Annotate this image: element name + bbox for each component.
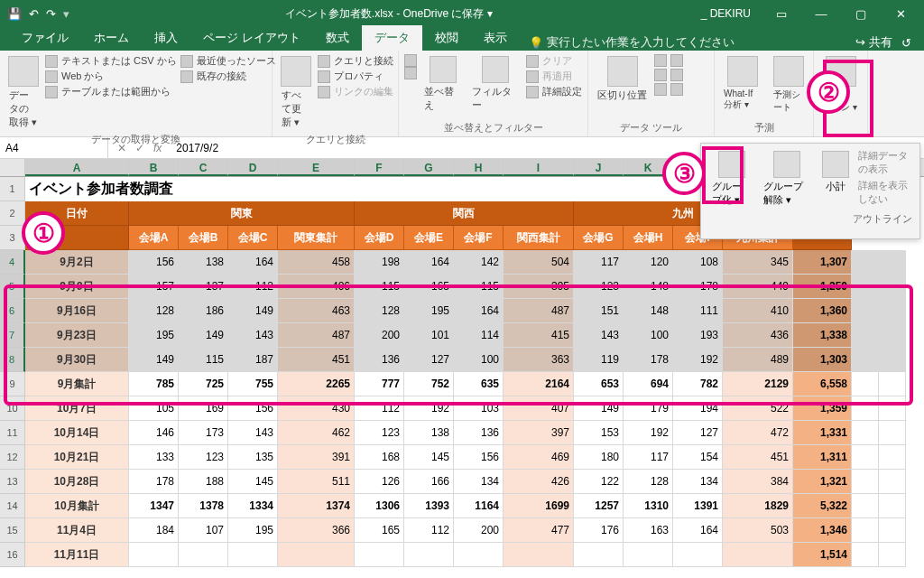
col-header-H[interactable]: H [454,159,504,176]
cell[interactable]: 395 [504,275,574,299]
col-header-D[interactable]: D [228,159,278,176]
cell[interactable]: 469 [504,445,574,470]
cell[interactable]: 345 [723,250,793,275]
cell[interactable] [228,543,278,567]
cell[interactable]: 511 [278,470,355,494]
cell[interactable] [852,470,879,494]
cell[interactable]: 112 [355,396,404,421]
get-data-button[interactable]: データの取得 ▾ [5,54,42,131]
hide-detail-button[interactable]: 詳細を表示しない [858,179,912,206]
cell[interactable]: 165 [404,275,454,299]
remove-dup-icon[interactable] [654,69,667,81]
cell[interactable] [723,543,793,567]
col-header-E[interactable]: E [278,159,355,176]
cell[interactable]: 755 [228,372,278,396]
cell[interactable]: 363 [504,348,574,372]
cell[interactable]: 会場B [179,226,228,250]
cell[interactable]: 123 [355,421,404,445]
cell[interactable]: 176 [574,518,624,543]
cell[interactable] [852,421,879,445]
tab-home[interactable]: ホーム [81,25,142,51]
cell[interactable]: 179 [624,396,673,421]
cell[interactable] [879,250,906,275]
flash-fill-icon[interactable] [654,54,667,67]
cell[interactable]: 458 [278,250,355,275]
cell[interactable]: 112 [228,275,278,299]
ungroup-button[interactable]: グループ解除 ▾ [760,149,813,209]
cell[interactable]: 463 [278,299,355,323]
cell[interactable] [879,421,906,445]
cell[interactable]: 10月28日 [25,470,129,494]
consolidate-icon[interactable] [670,54,683,67]
cell[interactable]: 407 [504,396,574,421]
cell[interactable]: 128 [129,299,179,323]
row-header[interactable]: 8 [0,348,25,372]
cell[interactable]: 117 [624,445,673,470]
row-header[interactable]: 12 [0,445,25,470]
cell[interactable]: 451 [278,348,355,372]
reapply-button[interactable]: 再適用 [526,70,582,83]
cell[interactable]: 11月4日 [25,518,129,543]
cell[interactable]: 6,558 [793,372,852,396]
cell[interactable] [504,543,574,567]
cell[interactable]: 115 [355,275,404,299]
cell[interactable]: 1,338 [793,323,852,348]
cell[interactable]: 186 [179,299,228,323]
history-icon[interactable]: ↺ [901,36,911,50]
existing-conn-button[interactable]: 既存の接続 [180,70,276,83]
cell[interactable]: 195 [129,323,179,348]
cell[interactable]: 会場E [404,226,454,250]
row-header[interactable]: 16 [0,543,25,567]
select-all-corner[interactable] [0,159,25,176]
cell[interactable]: 173 [179,421,228,445]
cell[interactable]: 会場H [624,226,673,250]
cell[interactable]: 114 [454,323,504,348]
cell[interactable] [852,348,879,372]
cell[interactable] [852,275,879,299]
cell[interactable]: 138 [404,421,454,445]
cell[interactable]: 430 [278,396,355,421]
cell[interactable]: 会場C [228,226,278,250]
cell[interactable]: 163 [624,518,673,543]
tab-file[interactable]: ファイル [9,25,81,51]
cell[interactable]: 169 [179,396,228,421]
cell[interactable]: 105 [129,396,179,421]
cell[interactable] [852,299,879,323]
cell[interactable]: 126 [355,470,404,494]
tab-data[interactable]: データ [362,25,422,51]
cell[interactable]: 149 [574,396,624,421]
cell[interactable]: 782 [673,372,723,396]
cell[interactable] [454,543,504,567]
cell[interactable]: 1,311 [793,445,852,470]
cell[interactable]: 785 [129,372,179,396]
cell[interactable]: 1391 [673,494,723,518]
cell[interactable] [852,445,879,470]
save-icon[interactable]: 💾 [7,7,22,21]
cell[interactable] [179,543,228,567]
cell[interactable]: 164 [404,250,454,275]
cell[interactable]: 1,321 [793,470,852,494]
filter-button[interactable]: フィルター [468,54,522,114]
cell[interactable]: 472 [723,421,793,445]
cell[interactable]: 1,360 [793,299,852,323]
row-header[interactable]: 13 [0,470,25,494]
cell[interactable]: 156 [129,250,179,275]
row-header[interactable]: 14 [0,494,25,518]
cell[interactable]: 694 [624,372,673,396]
cell[interactable]: 156 [454,445,504,470]
cell[interactable]: 391 [278,445,355,470]
share-button[interactable]: ↪ 共有 [855,34,892,51]
cell[interactable]: 415 [504,323,574,348]
cell[interactable] [879,445,906,470]
cell[interactable]: 487 [278,323,355,348]
cell[interactable]: 154 [673,445,723,470]
cell[interactable]: 449 [723,275,793,299]
row-header[interactable]: 15 [0,518,25,543]
cell[interactable] [355,543,404,567]
cell[interactable]: 149 [179,323,228,348]
cell[interactable] [574,543,624,567]
cell[interactable]: 200 [355,323,404,348]
cell[interactable]: 会場A [129,226,179,250]
cell[interactable]: 137 [179,275,228,299]
cell[interactable]: 103 [454,396,504,421]
